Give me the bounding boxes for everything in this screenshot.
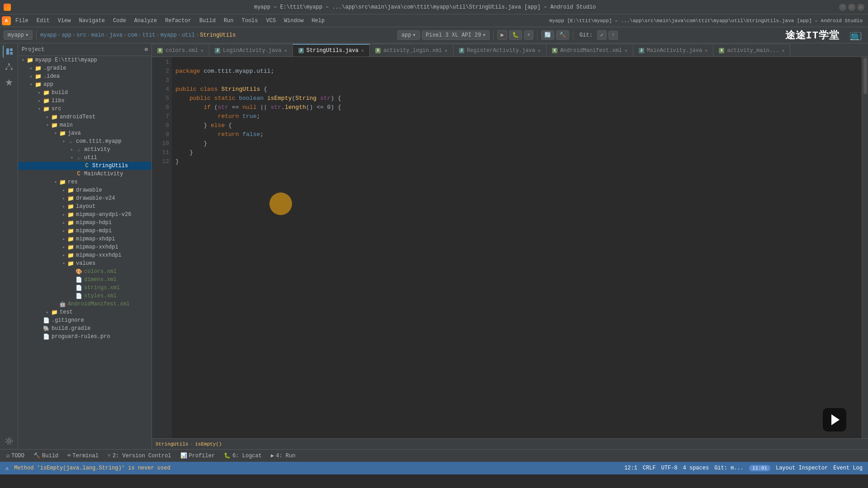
- tab-run[interactable]: ▶ 4: Run: [268, 451, 298, 460]
- tab-activity-main[interactable]: X activity_main... ✕: [713, 44, 790, 56]
- maximize-button[interactable]: □: [848, 4, 855, 11]
- tab-build[interactable]: 🔨 Build: [31, 451, 61, 460]
- menu-run[interactable]: Run: [220, 17, 237, 25]
- sync-button[interactable]: 🔄: [541, 30, 554, 40]
- tree-item-com-ttit-myapp[interactable]: ▾ ☕ com.ttit.myapp: [18, 137, 151, 145]
- menu-tools[interactable]: Tools: [238, 17, 262, 25]
- tree-item-drawable[interactable]: ▸ 📁 drawable: [18, 186, 151, 194]
- tab-StringUtils[interactable]: J StringUtils.java ✕: [293, 44, 370, 56]
- breadcrumb-ttit[interactable]: ttit: [142, 32, 156, 38]
- tab-RegisterActivity[interactable]: J RegisterActivity.java ✕: [453, 44, 547, 56]
- tree-item-proguard[interactable]: 📄 proguard-rules.pro: [18, 333, 151, 341]
- menu-edit[interactable]: Edit: [33, 17, 53, 25]
- tree-item-activity[interactable]: ▸ ☕ activity: [18, 145, 151, 154]
- tab-close-btn[interactable]: ✕: [538, 48, 541, 53]
- app-run-dropdown[interactable]: app ▾: [397, 30, 420, 40]
- breadcrumb-util[interactable]: util: [182, 32, 195, 38]
- tree-item-mipmap-xxxhdpi[interactable]: ▸ 📁 mipmap-xxxhdpi: [18, 251, 151, 259]
- tab-LoginActivity[interactable]: J LoginActivity.java ✕: [209, 44, 293, 56]
- project-dropdown[interactable]: myapp ▾: [4, 30, 33, 40]
- git-commit[interactable]: ✓: [597, 30, 607, 40]
- menu-view[interactable]: View: [54, 17, 75, 25]
- git-push[interactable]: ↑: [609, 31, 618, 40]
- tree-item-mipmap-hdpi[interactable]: ▸ 📁 mipmap-hdpi: [18, 219, 151, 227]
- charset-indicator[interactable]: UTF-8: [661, 465, 678, 471]
- tab-MainActivity[interactable]: J MainActivity.java ✕: [633, 44, 713, 56]
- tree-item-build-gradle[interactable]: 🐘 build.gradle: [18, 324, 151, 333]
- minimize-button[interactable]: ─: [839, 4, 846, 11]
- git-indicator[interactable]: Git: m...: [714, 465, 744, 471]
- tab-profiler[interactable]: 📊 Profiler: [178, 451, 218, 460]
- line-ending[interactable]: CRLF: [643, 465, 656, 471]
- tree-item-androidTest[interactable]: ▸ 📁 androidTest: [18, 113, 151, 121]
- breadcrumb-java[interactable]: java: [109, 32, 123, 38]
- tab-close-btn[interactable]: ✕: [284, 48, 287, 53]
- activity-settings-icon[interactable]: [3, 435, 15, 447]
- activity-structure-icon[interactable]: [3, 61, 15, 73]
- right-scrollbar[interactable]: [862, 57, 868, 438]
- build-button[interactable]: 🔨: [556, 30, 569, 40]
- profile-button[interactable]: ⚡: [524, 30, 533, 40]
- event-log-btn[interactable]: Event Log: [833, 465, 863, 471]
- tab-close-btn[interactable]: ✕: [201, 48, 203, 53]
- tree-item-util[interactable]: ▾ ☕ util: [18, 154, 151, 162]
- tab-logcat[interactable]: 🐛 6: Logcat: [221, 451, 264, 460]
- indent-indicator[interactable]: 4 spaces: [683, 465, 709, 471]
- tree-item-mipmap-xxhdpi[interactable]: ▸ 📁 mipmap-xxhdpi: [18, 243, 151, 251]
- tab-todo[interactable]: ☑ TODO: [4, 451, 27, 460]
- menu-window[interactable]: Window: [280, 17, 307, 25]
- menu-help[interactable]: Help: [308, 17, 328, 25]
- device-dropdown[interactable]: Pixel 3 XL API 29 ▾: [422, 30, 490, 40]
- activity-favorites-icon[interactable]: [3, 76, 15, 89]
- breadcrumb-myapp[interactable]: myapp: [40, 32, 57, 38]
- breadcrumb-method[interactable]: isEmpty(): [195, 441, 222, 447]
- menu-analyze[interactable]: Analyze: [131, 17, 160, 25]
- tab-close-btn[interactable]: ✕: [705, 48, 708, 53]
- tab-close-btn[interactable]: ✕: [782, 48, 784, 53]
- tab-version-control[interactable]: ⑂ 2: Version Control: [105, 452, 174, 460]
- filetree-icon-gear[interactable]: ⚙: [145, 46, 148, 53]
- tree-item-strings-xml[interactable]: 📄 strings.xml: [18, 284, 151, 292]
- tab-colors-xml[interactable]: X colors.xml ✕: [152, 44, 209, 56]
- menu-code[interactable]: Code: [109, 17, 130, 25]
- video-play-button[interactable]: [823, 408, 846, 432]
- tree-item-StringUtils[interactable]: C StringUtils: [18, 162, 151, 170]
- tree-item-drawable-v24[interactable]: ▸ 📁 drawable-v24: [18, 194, 151, 202]
- tree-item-res[interactable]: ▾ 📁 res: [18, 178, 151, 186]
- breadcrumb-src[interactable]: src: [76, 32, 86, 38]
- tab-close-btn[interactable]: ✕: [445, 48, 448, 53]
- tree-item-layout[interactable]: ▸ 📁 layout: [18, 202, 151, 211]
- layout-inspector-btn[interactable]: Layout Inspector: [776, 465, 828, 471]
- tree-item-mipmap-anydpi[interactable]: ▸ 📁 mipmap-anydpi-v26: [18, 211, 151, 219]
- tree-item-app[interactable]: ▾ 📁 app: [18, 80, 151, 89]
- tree-item-styles-xml[interactable]: 📄 styles.xml: [18, 292, 151, 300]
- breadcrumb-main[interactable]: main: [91, 32, 104, 38]
- position-indicator[interactable]: 12:1: [624, 465, 637, 471]
- tree-item-values[interactable]: ▾ 📁 values: [18, 259, 151, 267]
- tab-close-btn[interactable]: ✕: [361, 48, 364, 53]
- menu-build[interactable]: Build: [196, 17, 219, 25]
- breadcrumb-com[interactable]: com: [127, 32, 137, 38]
- tree-item-libs[interactable]: ▸ 📁 libs: [18, 97, 151, 105]
- tree-item-colors-xml[interactable]: 🎨 colors.xml: [18, 267, 151, 276]
- tree-item-mipmap-mdpi[interactable]: ▸ 📁 mipmap-mdpi: [18, 227, 151, 235]
- tab-AndroidManifest[interactable]: X AndroidManifest.xml ✕: [547, 44, 633, 56]
- tab-terminal[interactable]: ⌨ Terminal: [65, 451, 101, 460]
- breadcrumb-myapp2[interactable]: myapp: [160, 32, 177, 38]
- tree-item-idea[interactable]: ▸ 📁 .idea: [18, 72, 151, 80]
- tree-item-dimens-xml[interactable]: 📄 dimens.xml: [18, 276, 151, 284]
- menu-refactor[interactable]: Refactor: [161, 17, 195, 25]
- close-button[interactable]: ✕: [857, 4, 864, 11]
- tree-item-java[interactable]: ▾ 📁 java: [18, 129, 151, 137]
- breadcrumb-class[interactable]: StringUtils: [156, 441, 189, 447]
- tree-item-build[interactable]: ▸ 📁 build: [18, 89, 151, 97]
- tab-close-btn[interactable]: ✕: [625, 48, 627, 53]
- code-editor[interactable]: package com.ttit.myapp.util; public clas…: [172, 57, 862, 438]
- tree-item-test[interactable]: ▸ 📁 test: [18, 308, 151, 316]
- breadcrumb-stringutils[interactable]: StringUtils: [200, 32, 236, 38]
- tree-item-myapp[interactable]: ▾ 📁 myapp E:\ttit\myapp: [18, 56, 151, 64]
- tree-item-gitignore[interactable]: 📄 .gitignore: [18, 316, 151, 324]
- editor-content[interactable]: 12345 678910 1112 package com.ttit.myapp…: [152, 57, 868, 438]
- menu-file[interactable]: File: [12, 17, 32, 25]
- run-button[interactable]: ▶: [497, 30, 507, 40]
